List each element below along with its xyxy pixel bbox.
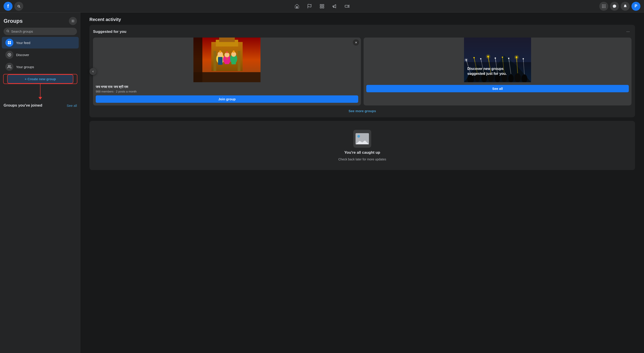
arrow-line	[40, 83, 40, 97]
svg-rect-45	[202, 72, 260, 82]
recent-activity-title: Recent activity	[90, 17, 635, 22]
your-feed-label: Your feed	[16, 41, 30, 45]
your-feed-icon	[5, 39, 14, 47]
nav-flag[interactable]	[304, 1, 315, 12]
svg-rect-5	[345, 5, 348, 7]
group-card-2-body: See all	[364, 82, 632, 95]
svg-text:suggested just for you.: suggested just for you.	[467, 72, 507, 75]
sidebar-item-your-feed[interactable]: Your feed	[2, 37, 79, 48]
your-groups-icon	[5, 63, 14, 71]
svg-rect-38	[232, 57, 236, 64]
your-groups-label: Your groups	[16, 65, 34, 69]
carousel-prev-button[interactable]	[90, 68, 96, 75]
svg-rect-18	[8, 41, 9, 42]
search-groups-bar[interactable]: Search groups	[4, 28, 77, 35]
group-card-1-image	[93, 37, 361, 82]
svg-point-75	[464, 58, 468, 62]
svg-rect-29	[238, 51, 240, 71]
svg-point-22	[8, 53, 11, 56]
svg-rect-44	[194, 37, 202, 82]
placeholder-inner	[356, 133, 369, 144]
svg-point-12	[602, 7, 603, 8]
nav-center	[291, 1, 353, 12]
nav-video[interactable]	[341, 1, 353, 12]
suggested-section: Suggested for you ···	[90, 25, 635, 117]
svg-point-13	[604, 7, 604, 8]
suggested-options-button[interactable]: ···	[624, 28, 632, 35]
join-group-1-button[interactable]: Join group	[96, 95, 358, 103]
grid-icon-btn[interactable]	[599, 2, 608, 11]
nav-marketplace[interactable]	[316, 1, 328, 12]
sidebar-header: Groups	[0, 15, 80, 26]
caught-up-icon	[353, 130, 371, 148]
sidebar-item-discover[interactable]: Discover	[2, 49, 79, 60]
svg-rect-19	[10, 41, 11, 42]
main-layout: Groups Search groups	[0, 0, 644, 353]
svg-rect-32	[218, 57, 222, 65]
search-bar-icon	[6, 29, 10, 33]
group-card-1-meta: 988 members · 2 posts a month	[96, 90, 358, 93]
suggested-title: Suggested for you	[93, 29, 126, 34]
svg-point-8	[605, 4, 606, 5]
close-card-1-button[interactable]: ✕	[353, 39, 359, 45]
group-card-2: Discover new groups suggested just for y…	[364, 37, 632, 105]
svg-rect-3	[322, 6, 324, 8]
svg-text:Discover new groups: Discover new groups	[467, 67, 504, 71]
suggested-header: Suggested for you ···	[93, 28, 632, 35]
main-content: Recent activity Suggested for you ···	[80, 12, 644, 353]
svg-point-68	[480, 58, 482, 59]
svg-point-7	[604, 4, 604, 5]
svg-point-16	[7, 30, 8, 32]
notifications-icon-btn[interactable]	[621, 2, 630, 11]
sidebar: Groups Search groups	[0, 12, 80, 353]
svg-rect-27	[219, 37, 235, 42]
nav-home[interactable]	[291, 1, 303, 12]
search-button[interactable]	[14, 2, 23, 11]
search-bar-placeholder: Search groups	[11, 29, 33, 33]
svg-rect-2	[322, 4, 324, 5]
svg-line-17	[8, 32, 9, 32]
caught-up-subtitle: Check back later for more updates	[338, 157, 386, 161]
sidebar-item-your-groups[interactable]: Your groups	[2, 61, 79, 73]
svg-rect-4	[320, 6, 322, 8]
messenger-icon-btn[interactable]	[610, 2, 619, 11]
group-card-2-image-container: Discover new groups suggested just for y…	[364, 37, 632, 82]
svg-point-6	[602, 4, 603, 5]
placeholder-mountain	[356, 139, 369, 144]
svg-rect-21	[10, 43, 11, 44]
facebook-logo[interactable]: f	[4, 2, 12, 11]
svg-point-70	[495, 57, 496, 59]
svg-point-15	[72, 20, 73, 21]
user-avatar[interactable]: P	[632, 2, 640, 11]
svg-rect-20	[8, 43, 9, 44]
group-cards-row: ✕ जय भगवा राज जय श्री राम 988 members · …	[93, 37, 632, 105]
group-card-1-image-container: ✕	[93, 37, 361, 82]
svg-point-10	[604, 6, 604, 6]
see-more-groups-link[interactable]: See more groups	[93, 105, 632, 114]
groups-joined-header: Groups you've joined See all	[0, 101, 80, 109]
discover-see-all-button[interactable]: See all	[366, 85, 629, 92]
arrow-head	[38, 97, 42, 100]
svg-point-11	[605, 6, 606, 6]
svg-rect-28	[214, 51, 216, 71]
annotation-arrow	[38, 83, 42, 100]
create-new-group-button[interactable]: + Create new group	[7, 74, 73, 83]
settings-button[interactable]	[69, 17, 77, 25]
svg-point-74	[522, 58, 524, 59]
group-card-1-members: 988 members	[96, 90, 113, 93]
group-card-1-name: जय भगवा राज जय श्री राम	[96, 85, 358, 89]
create-group-label: + Create new group	[24, 77, 56, 81]
svg-point-23	[8, 65, 10, 67]
svg-point-76	[486, 54, 490, 59]
svg-point-40	[226, 51, 228, 53]
svg-point-67	[474, 57, 475, 58]
nav-megaphone[interactable]	[329, 1, 340, 12]
groups-joined-title: Groups you've joined	[4, 103, 42, 108]
caught-up-title: You're all caught up	[344, 150, 380, 155]
discover-icon	[5, 51, 14, 59]
group-card-1: ✕ जय भगवा राज जय श्री राम 988 members · …	[93, 37, 361, 105]
group-card-1-body: जय भगवा राज जय श्री राम 988 members · 2 …	[93, 82, 361, 105]
create-group-wrapper: + Create new group	[4, 74, 77, 83]
sidebar-title: Groups	[4, 18, 22, 24]
see-all-joined-link[interactable]: See all	[67, 104, 77, 107]
